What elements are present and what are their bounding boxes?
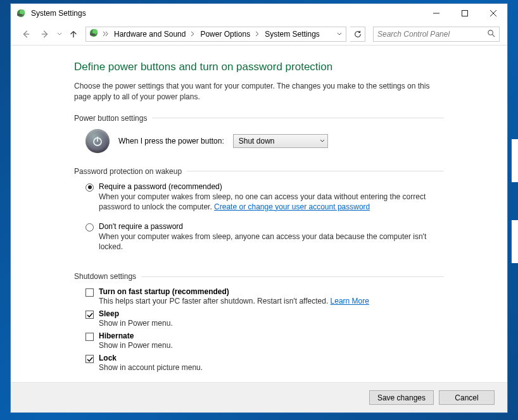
window-title: System Settings <box>31 9 422 18</box>
up-button[interactable] <box>66 27 80 41</box>
create-password-link[interactable]: Create or change your user account passw… <box>214 202 370 211</box>
radio-description: When your computer wakes from sleep, no … <box>99 192 444 212</box>
section-password: Password protection on wakeup <box>74 167 444 176</box>
svg-point-1 <box>20 9 25 15</box>
chevron-icon[interactable] <box>254 30 261 39</box>
maximize-button[interactable] <box>450 4 479 23</box>
checkbox-description: Show in Power menu. <box>99 319 444 328</box>
breadcrumb-item[interactable]: Hardware and Sound <box>113 30 187 39</box>
history-dropdown[interactable] <box>56 32 63 37</box>
cancel-button[interactable]: Cancel <box>439 390 495 405</box>
divider <box>141 276 444 277</box>
forward-button[interactable] <box>37 27 53 42</box>
checkbox-description: Show in Power menu. <box>99 341 444 350</box>
radio-label: Don't require a password <box>99 222 444 231</box>
learn-more-link[interactable]: Learn More <box>331 297 369 306</box>
system-settings-window: System Settings <box>10 3 508 413</box>
checkbox-sleep[interactable] <box>85 311 94 319</box>
svg-point-10 <box>92 29 98 34</box>
page-intro: Choose the power settings that you want … <box>74 81 444 102</box>
checkbox-label: Sleep <box>99 309 444 318</box>
chevron-icon[interactable] <box>101 30 110 39</box>
footer: Save changes Cancel <box>11 382 507 412</box>
chevron-icon[interactable] <box>189 30 196 39</box>
close-button[interactable] <box>479 4 507 23</box>
search-input[interactable] <box>377 30 487 39</box>
checkbox-description: This helps start your PC faster after sh… <box>99 297 444 306</box>
section-shutdown: Shutdown settings <box>74 272 444 281</box>
address-bar[interactable]: Hardware and Sound Power Options System … <box>85 27 346 42</box>
power-icon <box>85 129 110 153</box>
radio-require-password[interactable] <box>85 183 94 192</box>
svg-rect-4 <box>462 11 467 16</box>
checkbox-label: Lock <box>99 354 444 362</box>
desktop-decoration <box>510 220 518 263</box>
power-button-select[interactable]: Shut down <box>233 134 328 148</box>
power-button-prompt: When I press the power button: <box>118 137 224 145</box>
svg-point-12 <box>488 30 493 34</box>
svg-line-13 <box>492 34 495 37</box>
chevron-down-icon <box>320 137 325 145</box>
radio-description: When your computer wakes from sleep, any… <box>99 232 444 252</box>
breadcrumb-item[interactable]: System Settings <box>263 30 321 39</box>
section-power-button: Power button settings <box>74 114 444 123</box>
desktop-decoration <box>510 139 518 182</box>
control-panel-icon <box>89 28 99 40</box>
power-button-value: Shut down <box>239 137 275 145</box>
radio-no-password[interactable] <box>85 223 94 232</box>
divider <box>152 118 444 118</box>
svg-rect-2 <box>17 14 22 16</box>
back-button[interactable] <box>18 27 34 42</box>
checkbox-label: Hibernate <box>99 331 444 340</box>
title-bar: System Settings <box>11 4 507 23</box>
page-heading: Define power buttons and turn on passwor… <box>74 61 444 73</box>
minimize-button[interactable] <box>422 4 450 23</box>
checkbox-hibernate[interactable] <box>85 333 94 341</box>
svg-rect-11 <box>90 34 95 35</box>
search-icon[interactable] <box>487 29 495 39</box>
checkbox-fast-startup[interactable] <box>85 288 94 297</box>
breadcrumb-item[interactable]: Power Options <box>199 30 251 39</box>
divider <box>187 171 444 171</box>
nav-bar: Hardware and Sound Power Options System … <box>11 23 507 46</box>
save-changes-button[interactable]: Save changes <box>369 390 434 405</box>
content-area: Define power buttons and turn on passwor… <box>11 46 507 382</box>
checkbox-description: Show in account picture menu. <box>99 363 444 372</box>
search-box[interactable] <box>373 27 500 42</box>
checkbox-label: Turn on fast startup (recommended) <box>99 287 444 296</box>
checkbox-lock[interactable] <box>85 355 94 363</box>
refresh-button[interactable] <box>350 27 365 42</box>
app-icon <box>16 8 26 18</box>
radio-label: Require a password (recommended) <box>99 182 444 191</box>
address-dropdown[interactable] <box>334 27 344 41</box>
